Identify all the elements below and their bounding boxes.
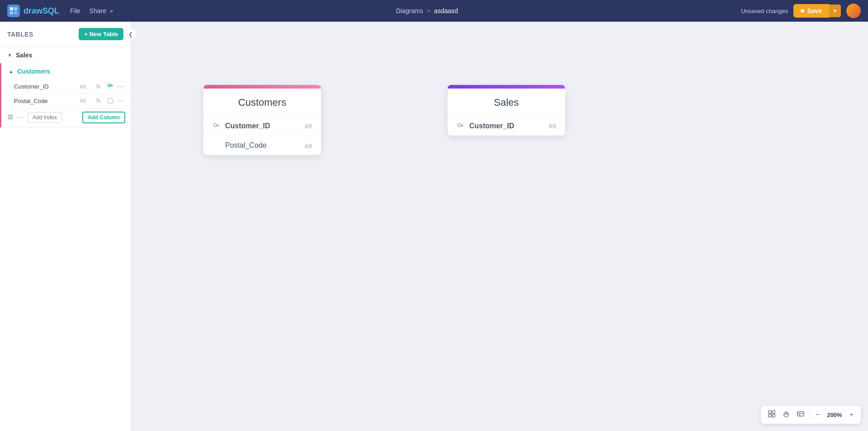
circle-icon-postal-code bbox=[107, 98, 113, 104]
svg-rect-21 bbox=[769, 414, 771, 417]
sidebar-table-header-customers[interactable]: ▲ Customers bbox=[1, 63, 131, 80]
svg-rect-9 bbox=[8, 117, 13, 117]
canvas[interactable]: Customers Customer_ID int Postal_Code in… bbox=[131, 22, 868, 431]
svg-rect-23 bbox=[797, 412, 804, 416]
column-more-icon-postal-code[interactable]: ⋯ bbox=[117, 97, 123, 104]
svg-rect-1 bbox=[14, 7, 17, 10]
svg-point-15 bbox=[458, 124, 461, 127]
save-dropdown-button[interactable]: ▾ bbox=[829, 5, 841, 17]
canvas-table-customers[interactable]: Customers Customer_ID int Postal_Code in… bbox=[203, 85, 321, 155]
toolbar-separator bbox=[810, 410, 810, 419]
breadcrumb-diagrams[interactable]: Diagrams bbox=[396, 7, 423, 14]
sidebar-table-name-sales: Sales bbox=[16, 52, 33, 59]
sidebar-item-customers: ▲ Customers Customer_ID int N ⋯ bbox=[0, 63, 131, 127]
customers-table-title: Customers bbox=[203, 89, 321, 116]
sidebar: Tables + New Table ❮ ▼ Sales ▲ Customers… bbox=[0, 22, 131, 431]
unsaved-changes-text: Unsaved changes bbox=[741, 8, 788, 14]
chevron-down-icon: ▼ bbox=[7, 52, 12, 58]
zoom-out-button[interactable]: − bbox=[813, 409, 822, 421]
customers-table-header-bar bbox=[203, 85, 321, 89]
breadcrumb-sep: > bbox=[427, 7, 430, 14]
canvas-col-type-customer-id: int bbox=[305, 122, 312, 130]
save-button-group: Save ▾ bbox=[793, 4, 841, 18]
svg-rect-3 bbox=[14, 11, 17, 14]
new-table-button[interactable]: + New Table bbox=[79, 28, 123, 40]
svg-rect-10 bbox=[8, 118, 13, 119]
sales-table-header-bar bbox=[448, 85, 565, 89]
save-button[interactable]: Save bbox=[793, 4, 829, 18]
canvas-col-name-customer-id: Customer_ID bbox=[225, 122, 299, 130]
logo-area: drawSQL bbox=[7, 5, 59, 17]
canvas-col-type-sales-customer-id: int bbox=[549, 122, 556, 130]
app-logo-text: drawSQL bbox=[24, 6, 59, 16]
customers-actions-row: ⋯ Add Index Add Column bbox=[1, 108, 131, 127]
column-type-postal-code: int bbox=[80, 98, 93, 104]
customers-col-customer-id: Customer_ID int bbox=[203, 116, 321, 136]
svg-rect-0 bbox=[10, 7, 13, 10]
sidebar-header: Tables + New Table bbox=[0, 22, 131, 47]
nav-share-link[interactable]: Share ↗ bbox=[90, 7, 113, 14]
svg-rect-20 bbox=[772, 411, 775, 413]
key-icon-canvas-sales-customer-id bbox=[457, 122, 464, 130]
canvas-col-type-postal-code: int bbox=[305, 142, 312, 150]
add-index-button[interactable]: Add Index bbox=[28, 112, 62, 123]
chevron-up-icon: ▲ bbox=[9, 69, 14, 74]
user-avatar[interactable] bbox=[846, 4, 861, 18]
sidebar-table-header-sales[interactable]: ▼ Sales bbox=[0, 47, 131, 63]
main-layout: Tables + New Table ❮ ▼ Sales ▲ Customers… bbox=[0, 22, 868, 431]
column-name-postal-code: Postal_Code bbox=[14, 98, 76, 104]
zoom-level-display: 200% bbox=[824, 412, 844, 418]
svg-rect-8 bbox=[8, 115, 13, 116]
column-name-customer-id: Customer_ID bbox=[14, 83, 76, 90]
key-icon-customer-id[interactable] bbox=[107, 83, 113, 90]
sidebar-collapse-button[interactable]: ❮ bbox=[124, 28, 137, 41]
sidebar-column-postal-code: Postal_Code int N ⋯ bbox=[1, 94, 131, 108]
canvas-col-name-postal-code: Postal_Code bbox=[225, 141, 299, 150]
svg-rect-2 bbox=[10, 11, 13, 14]
add-column-button[interactable]: Add Column bbox=[82, 112, 125, 123]
canvas-table-sales[interactable]: Sales Customer_ID int bbox=[448, 85, 565, 136]
table-settings-icon[interactable] bbox=[7, 113, 14, 122]
table-layout-button[interactable] bbox=[794, 408, 807, 421]
breadcrumb: Diagrams > asdaasd bbox=[113, 7, 741, 14]
top-navigation: drawSQL File Share ↗ Diagrams > asdaasd … bbox=[0, 0, 868, 22]
save-dot-icon bbox=[801, 9, 804, 13]
diagram-name: asdaasd bbox=[434, 7, 458, 14]
nav-links: File Share ↗ bbox=[70, 7, 113, 14]
grid-view-button[interactable] bbox=[765, 408, 778, 421]
sidebar-title: Tables bbox=[7, 31, 33, 38]
svg-rect-19 bbox=[769, 411, 771, 413]
sidebar-column-customer-id: Customer_ID int N ⋯ bbox=[1, 80, 131, 94]
column-more-icon-customer-id[interactable]: ⋯ bbox=[117, 83, 123, 90]
nav-right: Unsaved changes Save ▾ bbox=[741, 4, 861, 18]
sidebar-table-name-customers: Customers bbox=[17, 68, 50, 75]
column-type-customer-id: int bbox=[80, 84, 93, 90]
zoom-in-button[interactable]: + bbox=[847, 409, 856, 421]
sales-table-title: Sales bbox=[448, 89, 565, 116]
sales-col-customer-id: Customer_ID int bbox=[448, 116, 565, 136]
app-logo-icon bbox=[7, 5, 20, 17]
column-null-postal-code: N bbox=[96, 98, 104, 104]
column-null-customer-id: N bbox=[96, 84, 104, 90]
sidebar-item-sales[interactable]: ▼ Sales bbox=[0, 47, 131, 63]
key-icon-canvas-customer-id bbox=[212, 122, 220, 130]
more-options-icon[interactable]: ⋯ bbox=[18, 114, 24, 121]
svg-rect-22 bbox=[772, 414, 775, 417]
svg-point-4 bbox=[108, 84, 111, 87]
svg-point-11 bbox=[214, 124, 217, 127]
canvas-toolbar: − 200% + bbox=[761, 406, 861, 424]
hand-tool-button[interactable] bbox=[780, 408, 793, 421]
customers-col-postal-code: Postal_Code int bbox=[203, 136, 321, 155]
nav-file-link[interactable]: File bbox=[70, 7, 80, 14]
canvas-col-name-sales-customer-id: Customer_ID bbox=[469, 122, 543, 130]
